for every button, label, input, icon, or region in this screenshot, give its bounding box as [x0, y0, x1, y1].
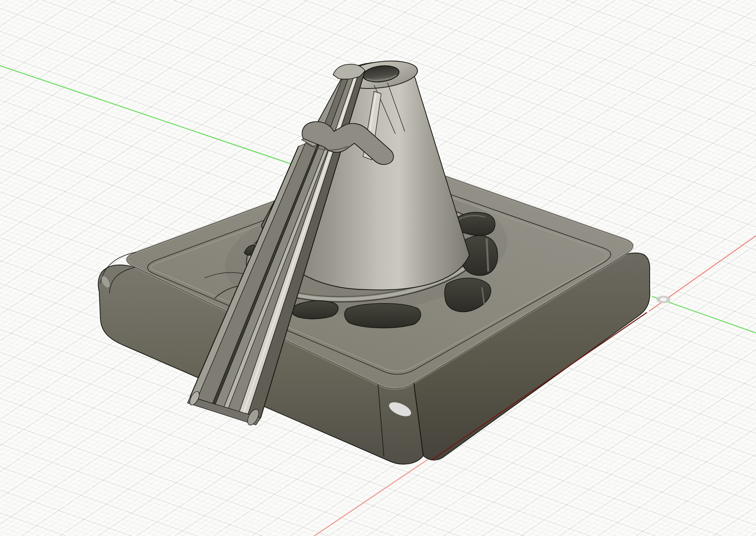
cad-viewport[interactable] [0, 0, 756, 536]
viewport-canvas [0, 0, 756, 536]
pocket-4 [345, 303, 421, 328]
y-axis-far-segment[interactable] [0, 66, 293, 164]
x-axis-near-segment[interactable] [314, 460, 428, 536]
origin-marker[interactable] [656, 296, 671, 303]
